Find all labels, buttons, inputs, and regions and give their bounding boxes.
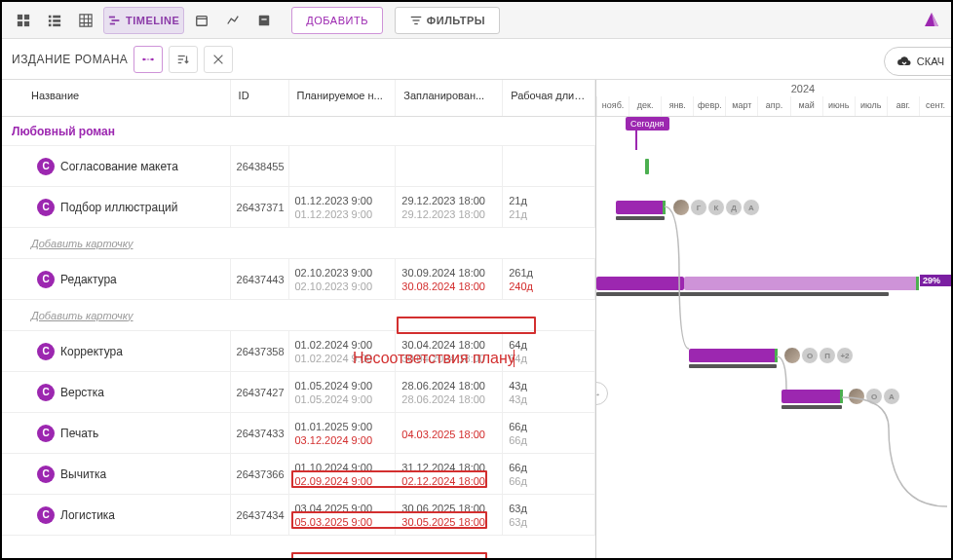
svg-rect-15 [259, 15, 270, 25]
gantt-bar[interactable] [689, 349, 777, 362]
sort-button[interactable] [169, 46, 198, 73]
group-row[interactable]: Любовный роман [2, 117, 595, 146]
avatar[interactable]: К [707, 199, 725, 216]
task-row[interactable]: CРедактура 26437443 02.10.2023 9:0002.10… [2, 259, 595, 300]
main-toolbar: TIMELINE ДОБАВИТЬ ФИЛЬТРЫ [2, 2, 951, 39]
avatar[interactable]: П [819, 347, 836, 364]
view-archive-button[interactable] [250, 7, 278, 34]
month-label: май [790, 96, 822, 116]
avatar[interactable] [672, 199, 690, 216]
progress-label: 29% [920, 275, 951, 286]
add-card-button[interactable]: Добавить карточку [2, 300, 595, 331]
archive-icon [257, 14, 271, 27]
view-calendar-button[interactable] [188, 7, 215, 34]
view-table-button[interactable] [72, 7, 99, 34]
svg-rect-1 [24, 14, 29, 19]
month-label: июль [855, 96, 887, 116]
svg-rect-9 [53, 23, 60, 26]
col-id[interactable]: ID [231, 80, 289, 116]
avatar[interactable]: Д [725, 199, 743, 216]
sort-icon [176, 53, 190, 66]
content-area: Название ID Планируемое н... Запланирова… [2, 80, 951, 558]
task-row[interactable]: CСогласование макета 26438455 [2, 146, 595, 187]
add-card-button[interactable]: Добавить карточку [2, 228, 595, 259]
timeline-icon [108, 14, 122, 27]
avatar[interactable]: А [883, 388, 900, 405]
avatar[interactable]: О [865, 388, 883, 405]
month-label: авг. [887, 96, 919, 116]
link-arrows-icon [141, 53, 155, 66]
close-button[interactable] [204, 46, 233, 73]
dependency-links-icon [596, 117, 951, 558]
month-label: июнь [822, 96, 855, 116]
task-table: Название ID Планируемое н... Запланирова… [2, 80, 596, 558]
task-row[interactable]: CВерстка 26437427 01.05.2024 9:0001.05.2… [2, 372, 595, 413]
grid-icon [17, 14, 30, 27]
chart-line-icon [226, 14, 240, 27]
view-timeline-button[interactable]: TIMELINE [103, 7, 184, 34]
filter-button[interactable]: ФИЛЬТРЫ [395, 7, 500, 34]
svg-rect-8 [49, 23, 52, 26]
svg-rect-6 [49, 19, 52, 22]
col-start[interactable]: Планируемое н... [289, 80, 397, 116]
gantt-body: Г К Д А 29% О П +2 [596, 117, 951, 558]
view-list-button[interactable] [41, 7, 68, 34]
task-badge-icon: C [37, 384, 55, 401]
filter-icon [409, 14, 423, 27]
month-label: апр. [757, 96, 789, 116]
gantt-header: 2024 нояб. дек. янв. февр. март апр. май… [596, 80, 951, 117]
month-label: янв. [661, 96, 693, 116]
download-button[interactable]: СКАЧ [884, 47, 953, 76]
avatar[interactable] [848, 388, 865, 405]
app-logo-icon [922, 10, 941, 29]
month-label: март [725, 96, 757, 116]
annotation-label: Несоответствия плану [353, 350, 515, 367]
col-end[interactable]: Запланирован... [396, 80, 503, 116]
avatar[interactable]: А [743, 199, 760, 216]
month-label: сент. [919, 96, 951, 116]
col-name[interactable]: Название [2, 80, 231, 116]
task-badge-icon: C [37, 271, 55, 288]
baseline-bar [596, 292, 889, 296]
task-row[interactable]: CЛогистика 26437434 03.04.2025 9:0005.03… [2, 495, 595, 536]
text-cursor [514, 350, 515, 367]
view-grid-button[interactable] [10, 7, 37, 34]
link-mode-button[interactable] [133, 46, 163, 73]
today-badge: Сегодня [626, 117, 669, 131]
task-badge-icon: C [37, 425, 55, 442]
col-duration[interactable]: Рабочая длите... [503, 80, 595, 116]
month-label: февр. [693, 96, 725, 116]
gantt-bar[interactable] [616, 201, 665, 214]
svg-rect-13 [197, 16, 208, 25]
gantt-chart[interactable]: ↔ 2024 нояб. дек. янв. февр. март апр. м… [596, 80, 951, 558]
add-button[interactable]: ДОБАВИТЬ [291, 7, 383, 34]
gantt-bar[interactable] [781, 390, 842, 403]
avatar[interactable]: Г [690, 199, 707, 216]
gantt-bar[interactable] [684, 277, 918, 290]
task-row[interactable]: CПодбор иллюстраций 26437371 01.12.2023 … [2, 187, 595, 228]
svg-rect-12 [110, 22, 115, 24]
avatar-more[interactable]: +2 [836, 347, 854, 364]
svg-rect-10 [109, 16, 115, 18]
task-badge-icon: C [37, 506, 55, 524]
gantt-bar-progress[interactable] [596, 277, 684, 290]
svg-rect-16 [262, 19, 267, 19]
svg-rect-2 [18, 20, 22, 25]
month-label: нояб. [596, 96, 629, 116]
task-row[interactable]: CВычитка 26437366 01.10.2024 9:0002.09.2… [2, 454, 595, 495]
space-header: ИЗДАНИЕ РОМАНА СКАЧ [2, 39, 951, 80]
baseline-bar [781, 405, 842, 409]
task-badge-icon: C [37, 343, 55, 360]
table-icon [79, 14, 93, 27]
baseline-bar [689, 364, 777, 368]
task-badge-icon: C [37, 158, 55, 175]
view-chart-button[interactable] [219, 7, 247, 34]
milestone-marker[interactable] [645, 159, 649, 174]
task-row[interactable]: CПечать 26437433 01.01.2025 9:0003.12.20… [2, 413, 595, 454]
calendar-icon [195, 14, 209, 27]
avatar[interactable] [783, 347, 801, 364]
svg-rect-7 [53, 19, 60, 22]
svg-rect-0 [18, 14, 22, 19]
year-label: 2024 [655, 80, 951, 96]
avatar[interactable]: О [801, 347, 819, 364]
